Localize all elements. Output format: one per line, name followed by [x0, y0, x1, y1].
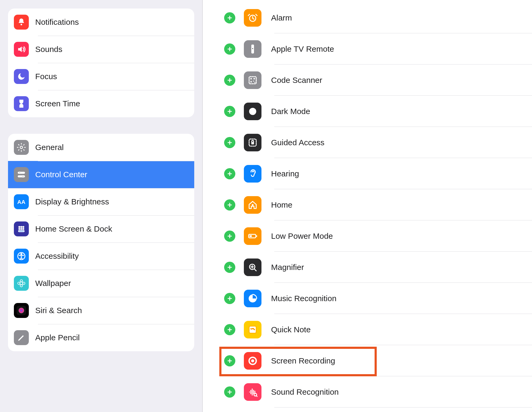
control-label: Guided Access: [271, 138, 324, 147]
hearing-icon: [244, 165, 261, 183]
guidedaccess-icon: [244, 134, 261, 151]
sidebar-group-2: GeneralControl CenterAADisplay & Brightn…: [8, 134, 194, 351]
soundrec-icon: [244, 383, 261, 401]
screenrec-icon: [244, 352, 261, 370]
control-row-soundrec: Sound Recognition: [224, 376, 532, 407]
sidebar-item-label: Control Center: [35, 170, 87, 179]
sidebar-group-1: NotificationsSoundsFocusScreen Time: [8, 9, 194, 117]
svg-rect-35: [255, 82, 255, 83]
sidebar-item-label: Display & Brightness: [35, 197, 109, 207]
control-label: Alarm: [271, 13, 292, 23]
control-label: Apple TV Remote: [271, 44, 334, 54]
tvremote-icon: [244, 40, 261, 58]
control-label: Screen Recording: [271, 356, 335, 366]
control-row-screenrec: Screen Recording: [224, 345, 532, 376]
svg-point-12: [21, 228, 22, 229]
add-button-tvremote[interactable]: [224, 43, 235, 55]
sidebar-item-sounds[interactable]: Sounds: [8, 36, 194, 63]
control-row-hearing: Hearing: [224, 158, 532, 189]
add-button-quicknote[interactable]: [224, 324, 235, 335]
add-button-soundrec[interactable]: [224, 386, 235, 398]
focus-icon: [14, 69, 29, 84]
control-row-darkmode: Dark Mode: [224, 96, 532, 127]
add-button-hearing[interactable]: [224, 168, 235, 179]
more-controls-list: AlarmApple TV RemoteCode ScannerDark Mod…: [224, 2, 532, 407]
svg-point-16: [21, 253, 22, 255]
svg-rect-44: [249, 326, 256, 333]
sidebar-item-wallpaper[interactable]: Wallpaper: [8, 270, 194, 297]
quicknote-icon: [244, 321, 261, 338]
control-label: Code Scanner: [271, 75, 322, 85]
svg-point-46: [251, 359, 254, 362]
svg-point-1: [20, 146, 23, 149]
sounds-icon: [14, 42, 29, 57]
svg-point-8: [19, 226, 20, 227]
control-row-home: Home: [224, 189, 532, 220]
add-button-home[interactable]: [224, 199, 235, 211]
add-button-codescanner[interactable]: [224, 75, 235, 86]
svg-point-26: [252, 46, 253, 47]
homescreen-icon: [14, 221, 29, 236]
svg-text:AA: AA: [17, 199, 25, 205]
lowpower-icon: [244, 227, 261, 245]
svg-point-10: [23, 226, 24, 227]
control-label: Sound Recognition: [271, 387, 339, 397]
svg-point-9: [21, 226, 22, 227]
control-row-guidedaccess: Guided Access: [224, 127, 532, 158]
sidebar-item-general[interactable]: General: [8, 134, 194, 161]
svg-rect-27: [252, 48, 253, 50]
control-row-alarm: Alarm: [224, 2, 532, 33]
sidebar-item-label: Notifications: [35, 17, 79, 27]
svg-point-0: [21, 24, 22, 25]
sidebar-item-siri[interactable]: Siri & Search: [8, 297, 194, 324]
codescanner-icon: [244, 71, 261, 89]
sidebar-item-homescreen[interactable]: Home Screen & Dock: [8, 215, 194, 243]
sidebar-item-pencil[interactable]: Apple Pencil: [8, 324, 194, 351]
notifications-icon: [14, 15, 29, 30]
add-button-screenrec[interactable]: [224, 355, 235, 366]
sidebar-item-label: Home Screen & Dock: [35, 224, 112, 234]
sidebar-item-label: Screen Time: [35, 99, 80, 108]
svg-point-23: [19, 308, 24, 313]
add-button-lowpower[interactable]: [224, 231, 235, 242]
svg-rect-31: [251, 78, 252, 79]
control-row-magnifier: Magnifier: [224, 252, 532, 283]
add-button-musicrec[interactable]: [224, 293, 235, 304]
sidebar-item-label: Siri & Search: [35, 306, 82, 315]
control-row-codescanner: Code Scanner: [224, 64, 532, 96]
control-label: Quick Note: [271, 325, 311, 334]
svg-point-29: [252, 52, 253, 52]
svg-rect-33: [251, 81, 252, 82]
general-icon: [14, 140, 29, 155]
control-label: Home: [271, 200, 292, 210]
add-button-magnifier[interactable]: [224, 262, 235, 273]
screentime-icon: [14, 96, 29, 111]
sidebar-item-notifications[interactable]: Notifications: [8, 9, 194, 36]
sidebar-item-label: Apple Pencil: [35, 333, 80, 342]
add-button-guidedaccess[interactable]: [224, 137, 235, 148]
control-center-detail: AlarmApple TV RemoteCode ScannerDark Mod…: [203, 0, 532, 412]
control-row-musicrec: Music Recognition: [224, 283, 532, 314]
svg-point-39: [252, 204, 254, 206]
svg-rect-32: [253, 78, 255, 79]
musicrec-icon: [244, 290, 261, 307]
control-row-lowpower: Low Power Mode: [224, 220, 532, 252]
add-button-darkmode[interactable]: [224, 106, 235, 117]
control-label: Hearing: [271, 169, 299, 179]
controlcenter-icon: [14, 167, 29, 182]
sidebar-item-display[interactable]: AADisplay & Brightness: [8, 188, 194, 215]
sidebar-item-focus[interactable]: Focus: [8, 63, 194, 90]
control-row-quicknote: Quick Note: [224, 314, 532, 345]
control-row-tvremote: Apple TV Remote: [224, 33, 532, 64]
sidebar-item-screentime[interactable]: Screen Time: [8, 90, 194, 117]
sidebar-item-label: Focus: [35, 72, 57, 81]
sidebar-item-label: Accessibility: [35, 251, 79, 261]
sidebar-item-controlcenter[interactable]: Control Center: [8, 161, 194, 188]
alarm-icon: [244, 9, 261, 27]
control-label: Dark Mode: [271, 107, 310, 116]
control-label: Magnifier: [271, 262, 304, 272]
add-button-alarm[interactable]: [224, 12, 235, 23]
sidebar-item-accessibility[interactable]: Accessibility: [8, 243, 194, 270]
svg-rect-34: [253, 80, 254, 81]
svg-point-3: [19, 172, 20, 173]
